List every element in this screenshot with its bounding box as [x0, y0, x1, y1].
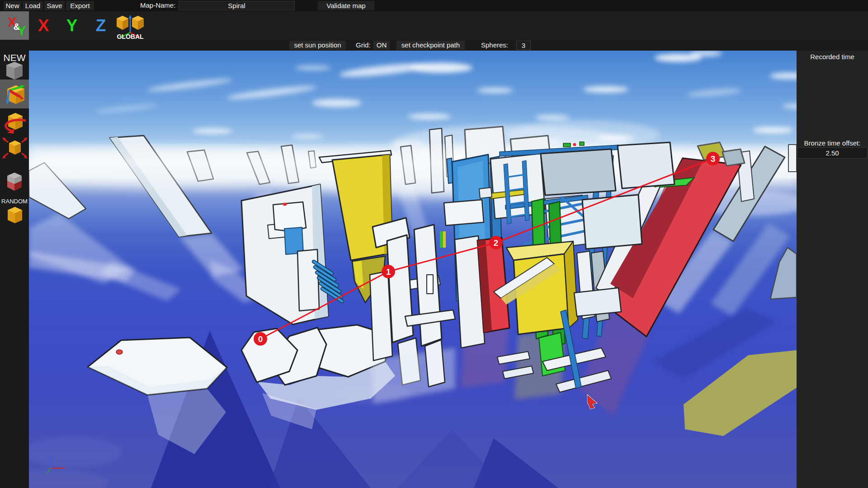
svg-text:Y: Y — [17, 23, 26, 38]
svg-text:0: 0 — [258, 334, 263, 344]
svg-text:GLOBAL: GLOBAL — [117, 33, 144, 40]
svg-text:NEW: NEW — [4, 52, 26, 63]
svg-text:2: 2 — [494, 238, 499, 248]
svg-text:RANDOM: RANDOM — [1, 198, 28, 205]
svg-text:1: 1 — [386, 267, 391, 277]
svg-text:3: 3 — [711, 154, 716, 164]
